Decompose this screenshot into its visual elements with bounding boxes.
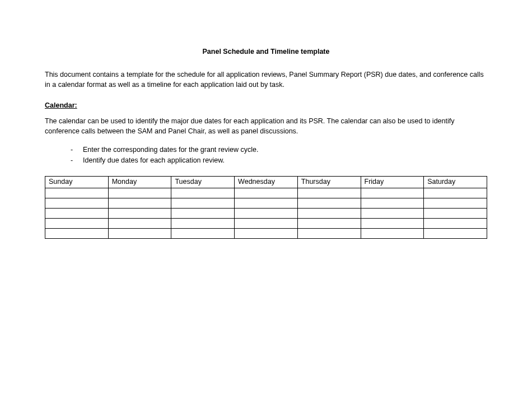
cell [297, 208, 361, 218]
cell [108, 198, 171, 208]
cell [45, 198, 109, 208]
cell [424, 218, 487, 228]
page-title: Panel Schedule and Timeline template [45, 47, 487, 57]
calendar-table: Sunday Monday Tuesday Wednesday Thursday… [45, 176, 487, 239]
cell [297, 218, 361, 228]
list-item: - Enter the corresponding dates for the … [71, 145, 487, 155]
bullet-text: Identify due dates for each application … [83, 155, 225, 166]
cell [424, 188, 487, 198]
cell [235, 198, 298, 208]
cell [108, 228, 171, 238]
cell [108, 188, 171, 198]
cell [297, 188, 361, 198]
cell [361, 218, 424, 228]
col-tuesday: Tuesday [171, 177, 235, 188]
col-thursday: Thursday [297, 177, 361, 188]
cell [235, 228, 298, 238]
intro-paragraph: This document contains a template for th… [45, 70, 487, 90]
table-row [45, 228, 487, 238]
table-header-row: Sunday Monday Tuesday Wednesday Thursday… [45, 177, 487, 188]
calendar-description: The calendar can be used to identify the… [45, 116, 487, 136]
cell [108, 218, 171, 228]
col-saturday: Saturday [424, 177, 487, 188]
cell [424, 228, 487, 238]
table-row [45, 198, 487, 208]
cell [361, 198, 424, 208]
col-friday: Friday [361, 177, 424, 188]
cell [235, 188, 298, 198]
cell [361, 188, 424, 198]
cell [171, 208, 235, 218]
cell [235, 208, 298, 218]
bullet-text: Enter the corresponding dates for the gr… [83, 145, 258, 155]
cell [424, 198, 487, 208]
cell [45, 208, 109, 218]
cell [45, 188, 109, 198]
cell [297, 228, 361, 238]
dash-icon: - [71, 145, 83, 155]
cell [108, 208, 171, 218]
calendar-heading: Calendar: [45, 101, 487, 111]
col-wednesday: Wednesday [235, 177, 298, 188]
cell [424, 208, 487, 218]
cell [45, 218, 109, 228]
table-row [45, 218, 487, 228]
cell [361, 208, 424, 218]
cell [235, 218, 298, 228]
col-sunday: Sunday [45, 177, 109, 188]
cell [297, 198, 361, 208]
dash-icon: - [71, 155, 83, 166]
cell [45, 228, 109, 238]
cell [171, 218, 235, 228]
table-row [45, 208, 487, 218]
list-item: - Identify due dates for each applicatio… [71, 155, 487, 166]
cell [171, 228, 235, 238]
bullet-list: - Enter the corresponding dates for the … [71, 145, 487, 166]
cell [361, 228, 424, 238]
table-row [45, 188, 487, 198]
cell [171, 198, 235, 208]
cell [171, 188, 235, 198]
col-monday: Monday [108, 177, 171, 188]
